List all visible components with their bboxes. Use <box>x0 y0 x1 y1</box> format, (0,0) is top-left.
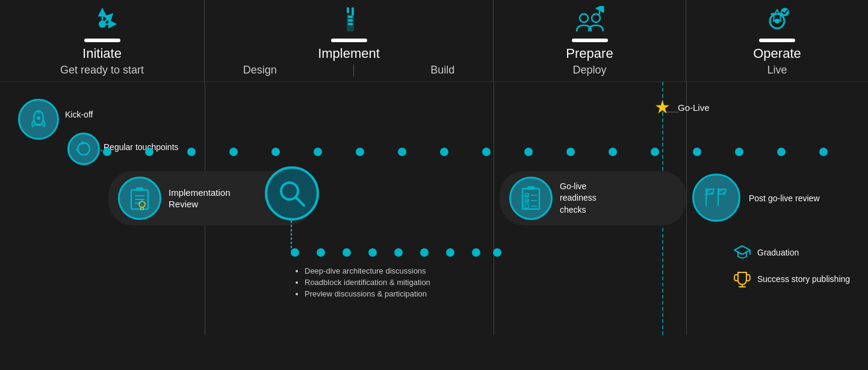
svg-marker-65 <box>734 246 750 254</box>
phase-implement: Implement Design Build <box>205 0 494 81</box>
phase-title-operate: Operate <box>753 46 801 61</box>
bullet-1: Deep-dive architecture discussions <box>305 266 430 275</box>
svg-point-26 <box>356 148 364 156</box>
svg-point-27 <box>398 148 406 156</box>
bullet-2: Roadblock identification & mitigation <box>305 278 430 287</box>
svg-point-45 <box>139 201 145 207</box>
phase-prepare: Prepare Deploy <box>494 0 686 81</box>
trophy-icon <box>733 270 751 288</box>
svg-point-36 <box>777 148 786 156</box>
svg-point-14 <box>775 19 780 24</box>
readiness-label: Go-livereadinesschecks <box>560 181 597 216</box>
svg-rect-4 <box>347 7 349 13</box>
svg-rect-61 <box>707 189 710 192</box>
phase-connector-initiate <box>84 39 120 42</box>
svg-rect-57 <box>525 204 529 208</box>
svg-rect-62 <box>710 192 713 194</box>
implement-divider <box>353 64 354 77</box>
svg-point-71 <box>343 248 351 257</box>
phase-subtitle-operate: Live <box>767 64 787 77</box>
svg-point-25 <box>314 148 322 156</box>
deepdive-timeline <box>291 248 501 257</box>
post-go-live-label: Post go-live review <box>749 193 820 203</box>
svg-point-34 <box>693 148 701 156</box>
magnifier-icon-circle <box>265 166 319 221</box>
svg-rect-63 <box>719 189 722 192</box>
svg-point-24 <box>271 148 280 156</box>
implement-subtitles: Design Build <box>205 64 493 77</box>
operate-icon <box>762 6 792 36</box>
svg-point-29 <box>482 148 491 156</box>
svg-rect-52 <box>527 186 535 190</box>
svg-point-28 <box>440 148 448 156</box>
phase-connector-implement <box>331 39 367 42</box>
svg-point-35 <box>735 148 743 156</box>
go-live-star: ★ <box>654 96 671 118</box>
svg-point-30 <box>524 148 533 156</box>
phase-operate: Operate Live <box>686 0 868 81</box>
go-live-label: Go-Live <box>678 102 710 113</box>
svg-point-33 <box>651 148 659 156</box>
phase-initiate: Initiate Get ready to start <box>0 0 205 81</box>
svg-point-17 <box>37 116 40 120</box>
readiness-icon <box>509 177 553 220</box>
kickoff-icon-circle <box>18 99 59 140</box>
graduation-label: Graduation <box>757 248 799 257</box>
svg-line-3 <box>102 16 110 24</box>
svg-point-69 <box>291 248 299 257</box>
divider-implement-prepare <box>494 82 494 335</box>
svg-rect-7 <box>348 16 353 18</box>
phase-title-initiate: Initiate <box>82 46 122 61</box>
svg-line-49 <box>296 197 304 205</box>
svg-point-31 <box>566 148 575 156</box>
prepare-icon <box>574 6 606 36</box>
touchpoints-icon-circle <box>67 133 100 165</box>
phase-title-prepare: Prepare <box>566 46 613 61</box>
kickoff-label: Kick-off <box>65 110 93 119</box>
success-story-label: Success story publishing <box>757 274 850 284</box>
main-area: Kick-off Regular touchpoints <box>0 82 868 335</box>
svg-point-37 <box>819 148 828 156</box>
svg-point-32 <box>609 148 617 156</box>
implement-icon <box>336 6 362 36</box>
deepdive-bullet-list: Deep-dive architecture discussions Roadb… <box>295 266 430 301</box>
svg-rect-5 <box>352 7 354 16</box>
post-go-live-icon <box>692 174 740 222</box>
svg-point-22 <box>187 148 196 156</box>
svg-point-76 <box>472 248 480 257</box>
svg-rect-8 <box>348 19 353 22</box>
phase-subtitle-initiate: Get ready to start <box>60 64 144 77</box>
divider-prepare-operate <box>686 82 687 335</box>
graduation-row: Graduation <box>733 243 799 262</box>
svg-point-11 <box>592 14 600 22</box>
svg-point-73 <box>394 248 403 257</box>
impl-review-icon <box>118 177 161 220</box>
impl-review-label: ImplementationReview <box>169 187 231 210</box>
svg-rect-64 <box>722 192 725 194</box>
svg-point-72 <box>368 248 377 257</box>
svg-point-23 <box>229 148 238 156</box>
touchpoints-timeline <box>101 147 835 157</box>
phase-title-implement: Implement <box>318 46 380 61</box>
initiate-icon <box>87 6 117 36</box>
svg-point-77 <box>493 248 501 257</box>
svg-point-21 <box>145 148 153 156</box>
svg-point-75 <box>446 248 454 257</box>
phase-header: Initiate Get ready to start Implement De… <box>0 0 868 82</box>
go-live-readiness-band: Go-livereadinesschecks <box>500 171 686 225</box>
phase-connector-prepare <box>572 39 608 42</box>
svg-rect-9 <box>348 23 353 25</box>
graduation-icon <box>733 243 751 262</box>
svg-point-74 <box>420 248 429 257</box>
design-label: Design <box>243 64 277 77</box>
svg-point-70 <box>317 248 325 257</box>
svg-point-10 <box>580 14 588 22</box>
success-story-row: Success story publishing <box>733 270 850 288</box>
svg-rect-41 <box>136 187 143 191</box>
build-label: Build <box>430 64 454 77</box>
phase-subtitle-prepare: Deploy <box>572 64 606 77</box>
phase-connector-operate <box>759 39 795 42</box>
bullet-3: Preview discussions & participation <box>305 289 430 298</box>
magnifier-down-connector <box>291 221 292 251</box>
